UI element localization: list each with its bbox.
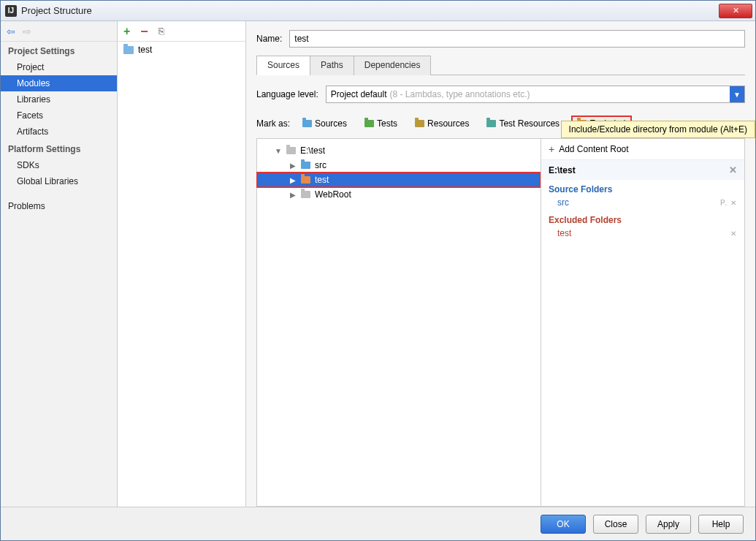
source-folder-label: src — [557, 197, 569, 208]
sidebar-item-sdks[interactable]: SDKs — [1, 157, 117, 173]
tab-sources[interactable]: Sources — [256, 56, 310, 75]
apply-button[interactable]: Apply — [646, 515, 691, 534]
content-root[interactable]: E:\test ✕ — [541, 160, 744, 180]
excluded-folder-remove-icon[interactable]: ✕ — [730, 230, 737, 238]
sidebar-item-problems[interactable]: Problems — [1, 198, 117, 214]
source-folder-actions[interactable]: P. ✕ — [720, 199, 737, 207]
tree-root[interactable]: ▼ E:\test — [257, 143, 541, 158]
expand-icon[interactable]: ▶ — [289, 191, 297, 199]
language-level-label: Language level: — [256, 89, 318, 99]
close-button[interactable]: Close — [593, 515, 638, 534]
source-folders-title: Source Folders — [541, 180, 744, 196]
sidebar-toolbar: ⇦ ⇨ — [1, 21, 117, 42]
tree-item-label: WebRoot — [315, 189, 351, 200]
tab-paths[interactable]: Paths — [310, 56, 354, 75]
excluded-folder-label: test — [557, 228, 571, 238]
folder-icon — [301, 191, 310, 198]
sidebar: ⇦ ⇨ Project Settings Project Modules Lib… — [1, 21, 118, 507]
tabs: Sources Paths Dependencies — [256, 55, 745, 75]
module-name-input[interactable] — [289, 30, 745, 48]
mark-tests-button[interactable]: Tests — [359, 116, 402, 131]
module-item[interactable]: test — [118, 42, 245, 58]
module-toolbar: + − ⎘ — [118, 21, 245, 42]
window-close-button[interactable]: ✕ — [719, 4, 752, 18]
ok-button[interactable]: OK — [541, 515, 586, 534]
tree-item-label: src — [315, 160, 327, 170]
sidebar-item-libraries[interactable]: Libraries — [1, 91, 117, 107]
section-project-settings: Project Settings — [1, 42, 117, 59]
folder-green-icon — [364, 120, 374, 127]
tab-dependencies[interactable]: Dependencies — [354, 56, 432, 75]
folder-yellow-icon — [415, 120, 424, 127]
directory-tree: ▼ E:\test ▶ src ▶ test — [256, 138, 541, 507]
source-folder-item[interactable]: src P. ✕ — [541, 196, 744, 211]
folder-orange-icon — [301, 176, 310, 184]
content-split: ▼ E:\test ▶ src ▶ test — [256, 138, 745, 507]
mark-test-resources-button[interactable]: Test Resources — [481, 116, 565, 131]
main-panel: Name: Sources Paths Dependencies Languag… — [246, 21, 755, 507]
titlebar: IJ Project Structure ✕ — [1, 1, 755, 21]
excluded-folders-title: Excluded Folders — [541, 211, 744, 227]
chevron-down-icon[interactable]: ▼ — [730, 86, 744, 102]
mark-as-label: Mark as: — [256, 118, 290, 129]
language-level-value: Project default — [331, 89, 387, 99]
sidebar-item-modules[interactable]: Modules — [1, 75, 117, 91]
folder-teal-icon — [486, 120, 496, 127]
expand-icon[interactable]: ▶ — [289, 176, 297, 184]
sidebar-item-facets[interactable]: Facets — [1, 107, 117, 124]
project-structure-window: IJ Project Structure ✕ ⇦ ⇨ Project Setti… — [0, 0, 756, 541]
remove-content-root-icon[interactable]: ✕ — [729, 164, 737, 175]
tree-item-label: test — [315, 175, 329, 185]
back-icon[interactable]: ⇦ — [7, 26, 15, 37]
name-row: Name: — [256, 30, 745, 48]
footer: OK Close Apply Help — [1, 507, 755, 540]
sidebar-item-project[interactable]: Project — [1, 59, 117, 75]
tree-root-label: E:\test — [300, 145, 325, 156]
add-content-root-label: Add Content Root — [559, 144, 628, 154]
mark-sources-button[interactable]: Sources — [297, 116, 352, 131]
add-content-root-row[interactable]: + Add Content Root — [541, 139, 744, 160]
language-level-hint: (8 - Lambdas, type annotations etc.) — [389, 89, 530, 99]
language-level-select[interactable]: Project default (8 - Lambdas, type annot… — [326, 86, 745, 103]
section-platform-settings: Platform Settings — [1, 140, 117, 157]
module-folder-icon — [123, 46, 134, 54]
sidebar-item-global-libraries[interactable]: Global Libraries — [1, 173, 117, 189]
sidebar-item-artifacts[interactable]: Artifacts — [1, 124, 117, 140]
tree-item-src[interactable]: ▶ src — [257, 158, 541, 173]
app-icon: IJ — [5, 5, 17, 17]
body: ⇦ ⇨ Project Settings Project Modules Lib… — [1, 21, 755, 507]
folder-blue-icon — [301, 162, 310, 169]
help-button[interactable]: Help — [698, 515, 744, 534]
mark-resources-button[interactable]: Resources — [410, 116, 474, 131]
module-list-column: + − ⎘ test — [118, 21, 246, 507]
copy-module-icon[interactable]: ⎘ — [159, 26, 164, 37]
window-title: Project Structure — [21, 5, 719, 16]
folder-blue-icon — [302, 120, 312, 127]
collapse-icon[interactable]: ▼ — [275, 147, 282, 155]
folder-icon — [286, 147, 296, 154]
forward-icon[interactable]: ⇨ — [23, 26, 31, 37]
tree-item-test[interactable]: ▶ test — [257, 173, 541, 187]
remove-module-icon[interactable]: − — [140, 28, 148, 35]
language-level-row: Language level: Project default (8 - Lam… — [256, 86, 745, 103]
name-label: Name: — [256, 34, 282, 44]
module-item-label: test — [138, 45, 152, 55]
content-roots-panel: + Add Content Root E:\test ✕ Source Fold… — [541, 138, 745, 507]
add-module-icon[interactable]: + — [123, 25, 130, 38]
content-root-path: E:\test — [549, 165, 576, 175]
expand-icon[interactable]: ▶ — [289, 162, 297, 170]
excluded-folder-item[interactable]: test ✕ — [541, 227, 744, 241]
tree-item-webroot[interactable]: ▶ WebRoot — [257, 187, 541, 202]
plus-icon: + — [549, 143, 554, 155]
tooltip: Include/Exclude directory from module (A… — [561, 121, 755, 138]
